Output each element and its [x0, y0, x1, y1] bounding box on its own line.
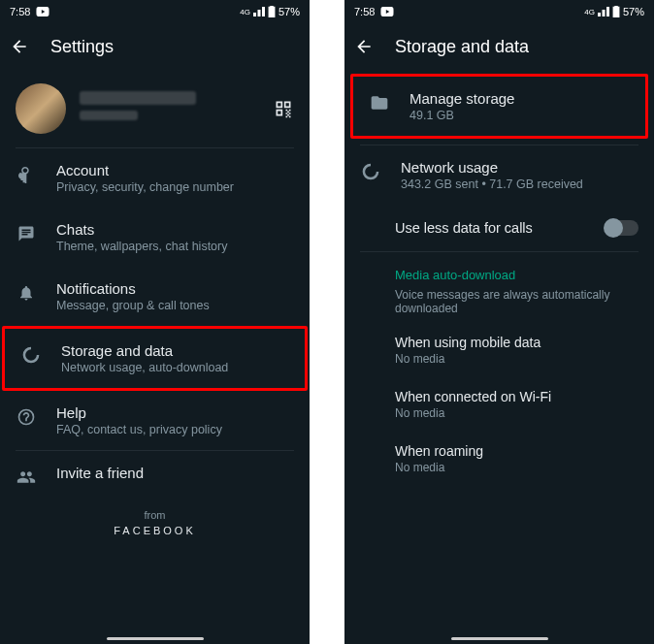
chat-icon: [16, 223, 37, 244]
manage-storage-sub: 49.1 GB: [409, 109, 630, 122]
chats-title: Chats: [56, 221, 294, 238]
mobile-data-title: When using mobile data: [395, 335, 639, 350]
nav-bar-handle[interactable]: [107, 637, 204, 640]
manage-storage-title: Manage storage: [409, 90, 630, 107]
settings-screen: 7:58 4G 57% Settings: [0, 0, 310, 644]
help-title: Help: [56, 404, 294, 421]
status-bar: 7:58 4G 57%: [344, 0, 654, 23]
footer: from FACEBOOK: [0, 501, 310, 536]
youtube-icon: [380, 7, 394, 16]
mobile-data-sub: No media: [395, 352, 639, 366]
status-time: 7:58: [354, 6, 375, 17]
account-title: Account: [56, 162, 294, 178]
wifi-item[interactable]: When connected on Wi-Fi No media: [395, 377, 654, 432]
roaming-item[interactable]: When roaming No media: [395, 432, 654, 486]
status-time: 7:58: [10, 6, 30, 17]
use-less-data-label: Use less data for calls: [395, 220, 606, 236]
back-icon[interactable]: [8, 35, 31, 58]
back-icon[interactable]: [352, 35, 376, 58]
qr-code-icon[interactable]: [273, 98, 294, 119]
mobile-data-item[interactable]: When using mobile data No media: [395, 323, 654, 377]
roaming-sub: No media: [395, 461, 639, 474]
media-autodownload-header: Media auto-download: [344, 252, 654, 286]
storage-sub: Network usage, auto-download: [61, 361, 289, 374]
invite-item[interactable]: Invite a friend: [0, 451, 310, 501]
notifications-sub: Message, group & call tones: [56, 299, 294, 312]
notifications-title: Notifications: [56, 280, 294, 297]
network-usage-item[interactable]: Network usage 343.2 GB sent • 71.7 GB re…: [344, 145, 654, 205]
network-4g-icon: 4G: [584, 8, 595, 16]
help-icon: [16, 406, 37, 428]
storage-title: Storage and data: [61, 342, 289, 359]
status-bar: 7:58 4G 57%: [0, 0, 310, 23]
signal-icon: [253, 7, 265, 16]
help-item[interactable]: Help FAQ, contact us, privacy policy: [0, 391, 310, 450]
settings-list: Account Privacy, security, change number…: [0, 148, 310, 501]
profile-text: [80, 91, 259, 126]
avatar: [16, 83, 66, 134]
account-sub: Privacy, security, change number: [56, 180, 294, 194]
battery-icon: [268, 6, 276, 17]
network-4g-icon: 4G: [240, 8, 250, 16]
app-bar: Settings: [0, 23, 310, 70]
data-usage-icon: [20, 344, 42, 366]
youtube-icon: [36, 7, 49, 16]
nav-bar-handle[interactable]: [451, 637, 548, 640]
signal-icon: [598, 7, 609, 16]
page-title: Settings: [50, 37, 114, 57]
network-usage-title: Network usage: [401, 159, 639, 176]
manage-storage-item[interactable]: Manage storage 49.1 GB: [350, 74, 648, 139]
invite-title: Invite a friend: [56, 465, 294, 481]
people-icon: [16, 467, 37, 488]
use-less-data-item[interactable]: Use less data for calls: [344, 205, 654, 251]
chats-item[interactable]: Chats Theme, wallpapers, chat history: [0, 208, 310, 267]
storage-item[interactable]: Storage and data Network usage, auto-dow…: [2, 326, 308, 391]
bell-icon: [16, 282, 37, 304]
app-bar: Storage and data: [344, 23, 654, 70]
profile-name-redacted: [80, 91, 196, 105]
profile-row[interactable]: [0, 70, 310, 147]
battery-icon: [612, 6, 620, 17]
data-usage-icon: [360, 161, 381, 182]
storage-data-screen: 7:58 4G 57% Storage and data Manage stor…: [344, 0, 654, 644]
footer-from: from: [0, 509, 310, 521]
network-usage-sub: 343.2 GB sent • 71.7 GB received: [401, 177, 639, 191]
use-less-data-toggle[interactable]: [606, 220, 639, 236]
account-item[interactable]: Account Privacy, security, change number: [0, 148, 310, 208]
battery-percent: 57%: [278, 6, 300, 17]
storage-list: Manage storage 49.1 GB Network usage 343…: [344, 70, 654, 486]
wifi-sub: No media: [395, 406, 639, 420]
chats-sub: Theme, wallpapers, chat history: [56, 240, 294, 253]
footer-brand: FACEBOOK: [0, 525, 310, 536]
help-sub: FAQ, contact us, privacy policy: [56, 423, 294, 436]
notifications-item[interactable]: Notifications Message, group & call tone…: [0, 267, 310, 326]
key-icon: [16, 164, 37, 185]
folder-icon: [369, 92, 390, 113]
profile-status-redacted: [80, 111, 138, 120]
roaming-title: When roaming: [395, 443, 639, 459]
battery-percent: 57%: [623, 6, 644, 17]
wifi-title: When connected on Wi-Fi: [395, 389, 639, 404]
media-autodownload-desc: Voice messages are always automatically …: [344, 286, 654, 323]
page-title: Storage and data: [395, 37, 529, 57]
